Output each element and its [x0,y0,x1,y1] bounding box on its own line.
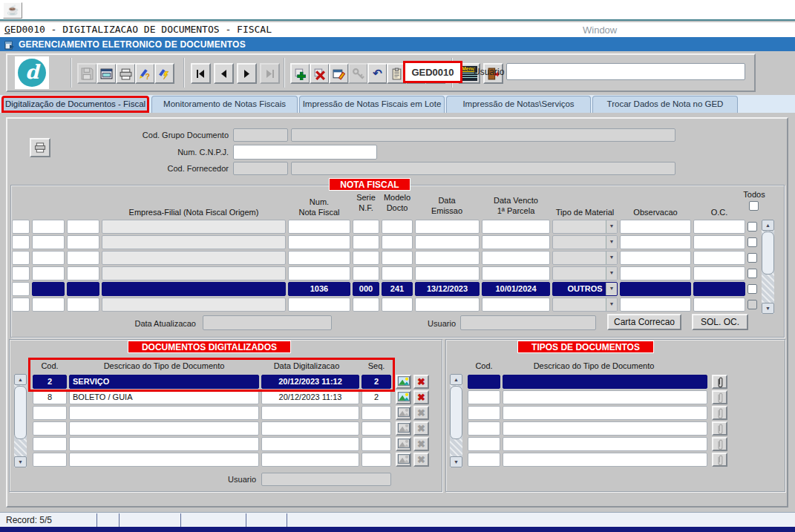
nf-cell-modelo[interactable] [382,298,413,312]
tipo-material-dropdown-arrow[interactable]: ▼ [606,236,617,249]
nf-cell-empresa-filial[interactable] [102,220,286,234]
doc-cell-data-digitalizacao[interactable] [261,453,359,467]
doc-cell-data-digitalizacao[interactable] [261,406,359,420]
doc-cell-cod[interactable] [33,406,67,420]
attach-document-button[interactable] [712,406,727,420]
nf-row-indicator[interactable] [12,282,30,296]
tipo-cell-descricao[interactable] [503,453,707,467]
nf-cell-serie[interactable] [353,266,379,280]
doc-cell-seq[interactable] [361,421,391,436]
nf-cell-data-emissao[interactable] [415,251,480,265]
nf-cell-tipo-material[interactable]: ▼ [552,251,618,265]
todos-row-checkbox[interactable] [747,300,757,309]
nf-cell-serie[interactable] [353,235,379,249]
attach-document-button[interactable] [712,437,727,451]
previous-record-button[interactable] [214,63,234,84]
grupo-codigo-field[interactable] [233,128,288,142]
doc-cell-data-digitalizacao[interactable]: 20/12/2023 11:13 [261,390,359,404]
attach-document-button[interactable] [712,390,727,404]
todos-row-checkbox[interactable] [747,222,757,231]
nf-cell-data-emissao[interactable] [415,220,480,234]
tab-monitoramento-notas-fiscais[interactable]: Monitoramento de Notas Fiscais [151,96,298,113]
doc-cell-seq[interactable] [361,453,391,467]
doc-cell-seq[interactable] [361,406,391,420]
todos-header-checkbox[interactable] [749,201,759,211]
tipo-cell-descricao[interactable] [503,421,707,436]
attach-document-button[interactable] [712,375,727,389]
nf-cell-modelo[interactable] [382,251,413,265]
nf-cell-observacao[interactable] [620,298,691,312]
nf-cell-oc[interactable] [693,266,745,280]
nf-cell-empresa-codigo[interactable] [32,251,65,265]
execute-query-button[interactable] [154,63,174,84]
tipo-cell-cod[interactable] [468,375,500,389]
doc-cell-descricao[interactable] [69,453,259,467]
delete-document-button[interactable]: ✖ [413,390,429,404]
doc-cell-descricao[interactable] [69,421,259,436]
first-record-button[interactable] [191,63,211,84]
nf-cell-data-emissao[interactable] [415,266,480,280]
nf-cell-oc[interactable] [693,251,745,265]
tipo-cell-cod[interactable] [468,421,500,436]
delete-document-button[interactable]: ✖ [413,421,429,436]
tab-impressao-notas-fiscais-lote[interactable]: Impressão de Notas Fiscais em Lote [299,96,445,113]
todos-row-checkbox[interactable] [747,237,757,247]
nf-row-indicator[interactable] [12,298,30,312]
attach-document-button[interactable] [712,453,727,467]
nf-cell-observacao[interactable] [620,220,691,234]
java-applet-icon[interactable]: ☕ [3,2,22,19]
nf-cell-empresa-codigo[interactable] [32,266,65,280]
nf-row-indicator[interactable] [12,220,30,234]
insert-record-button[interactable] [290,63,310,84]
nf-cell-oc[interactable] [693,298,745,312]
usuario-input[interactable] [506,63,745,80]
tipo-cell-cod[interactable] [468,437,500,451]
doc-cell-cod[interactable] [33,453,67,467]
tab-impressao-notas-servicos-titulos[interactable]: Impressão de Notas\Serviços (Titulos) [446,96,591,113]
edit-field-button[interactable] [329,63,349,84]
save-button[interactable] [77,63,97,84]
doc-cell-data-digitalizacao[interactable]: 20/12/2023 11:12 [261,375,359,389]
nf-cell-oc[interactable] [693,282,745,296]
nf-cell-empresa-codigo[interactable] [32,235,65,249]
doc-cell-data-digitalizacao[interactable] [261,421,359,436]
delete-document-button[interactable]: ✖ [413,453,429,467]
nf-cell-empresa-codigo[interactable] [32,282,65,296]
view-image-button[interactable] [396,375,411,389]
tipo-cell-descricao[interactable] [503,437,707,451]
print-form-button[interactable] [30,138,50,157]
nf-cell-modelo[interactable]: 241 [382,282,413,296]
todos-row-checkbox[interactable] [747,269,757,278]
todos-row-checkbox[interactable] [747,253,757,263]
delete-document-button[interactable]: ✖ [413,375,429,389]
nf-cell-modelo[interactable] [382,266,413,280]
doc-cell-descricao[interactable] [69,406,259,420]
nf-cell-empresa-filial[interactable] [102,266,286,280]
nf-cell-num-nota-fiscal[interactable] [288,298,350,312]
nf-cell-oc[interactable] [693,235,745,249]
nf-cell-serie[interactable]: 000 [353,282,379,296]
delete-record-button[interactable] [310,63,330,84]
cnpj-field[interactable] [233,145,377,160]
nf-cell-tipo-material[interactable]: ▼ [552,266,618,280]
tipo-material-dropdown-arrow[interactable]: ▼ [606,298,617,311]
nf-cell-num-nota-fiscal[interactable]: 1036 [288,282,350,296]
tipo-material-dropdown-arrow[interactable]: ▼ [606,220,617,233]
nf-cell-tipo-material[interactable]: OUTROS▼ [552,282,618,296]
doc-cell-descricao[interactable] [69,437,259,451]
nf-cell-empresa-filial[interactable] [102,251,286,265]
nf-cell-data-emissao[interactable] [415,298,480,312]
nf-cell-empresa-codigo[interactable] [32,220,65,234]
doc-cell-cod[interactable]: 2 [33,375,67,389]
tab-trocar-dados-nota-ged[interactable]: Trocar Dados de Nota no GED [592,96,738,113]
attach-document-button[interactable] [712,421,727,436]
nf-cell-empresa-filial[interactable] [102,298,286,312]
nf-cell-tipo-material[interactable]: ▼ [552,235,618,249]
nf-cell-tipo-material[interactable]: ▼ [552,220,618,234]
doc-cell-cod[interactable] [33,437,67,451]
tipo-cell-descricao[interactable] [503,406,707,420]
lock-record-button[interactable] [348,63,368,84]
nota-fiscal-scrollbar[interactable]: ▲ ▼ [762,220,774,314]
doc-cell-data-digitalizacao[interactable] [261,437,359,451]
nf-cell-observacao[interactable] [620,235,691,249]
